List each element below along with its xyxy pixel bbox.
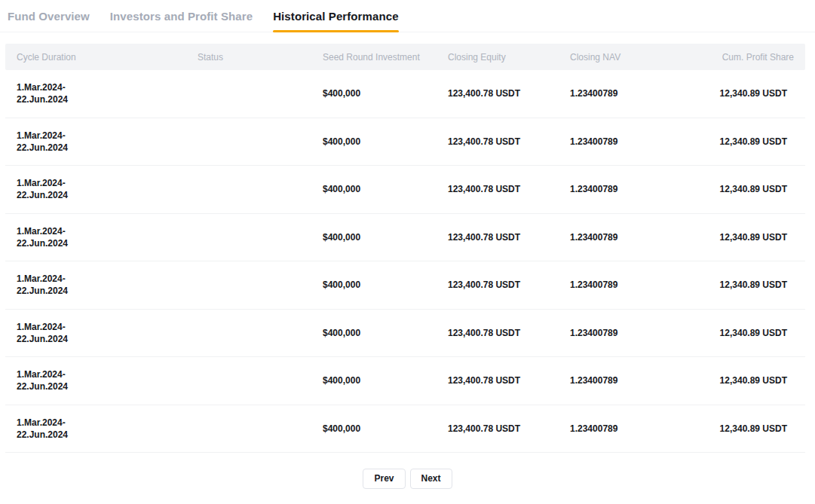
cycle-duration-cell: 1.Mar.2024- 22.Jun.2024 (5, 225, 198, 249)
table-body: 1.Mar.2024- 22.Jun.2024 $400,000 123,400… (5, 70, 805, 453)
cycle-duration-cell: 1.Mar.2024- 22.Jun.2024 (5, 81, 198, 105)
table-row: 1.Mar.2024- 22.Jun.2024 $400,000 123,400… (5, 70, 805, 118)
seed-round-investment-cell: $400,000 (323, 136, 448, 147)
cycle-duration-cell: 1.Mar.2024- 22.Jun.2024 (5, 368, 198, 393)
column-header-closing-nav: Closing NAV (570, 52, 683, 63)
cycle-duration-cell: 1.Mar.2024- 22.Jun.2024 (5, 321, 198, 345)
cum-profit-share-cell: 12,340.89 USDT (683, 328, 805, 338)
cycle-duration-cell: 1.Mar.2024- 22.Jun.2024 (5, 177, 198, 201)
closing-equity-cell: 123,400.78 USDT (448, 88, 570, 99)
closing-nav-cell: 1.23400789 (570, 232, 683, 243)
column-header-status: Status (198, 52, 323, 63)
cycle-duration-line1: 1.Mar.2024- (17, 225, 198, 237)
seed-round-investment-cell: $400,000 (323, 279, 448, 290)
tab-investors-and-profit-share[interactable]: Investors and Profit Share (110, 0, 253, 32)
closing-equity-cell: 123,400.78 USDT (448, 279, 570, 290)
seed-round-investment-cell: $400,000 (323, 184, 448, 194)
closing-nav-cell: 1.23400789 (570, 136, 683, 147)
cum-profit-share-cell: 12,340.89 USDT (683, 375, 805, 386)
closing-nav-cell: 1.23400789 (570, 88, 683, 99)
cycle-duration-line2: 22.Jun.2024 (17, 189, 198, 201)
cycle-duration-line1: 1.Mar.2024- (17, 130, 198, 142)
cum-profit-share-cell: 12,340.89 USDT (683, 279, 805, 290)
cycle-duration-line1: 1.Mar.2024- (17, 273, 198, 285)
seed-round-investment-cell: $400,000 (323, 88, 448, 99)
tab-historical-performance[interactable]: Historical Performance (273, 0, 398, 32)
column-header-cum-profit-share: Cum. Profit Share (683, 52, 805, 63)
table-row: 1.Mar.2024- 22.Jun.2024 $400,000 123,400… (5, 166, 805, 214)
next-button[interactable]: Next (410, 469, 452, 489)
closing-nav-cell: 1.23400789 (570, 375, 683, 386)
seed-round-investment-cell: $400,000 (323, 328, 448, 338)
tab-bar: Fund Overview Investors and Profit Share… (0, 0, 815, 32)
closing-equity-cell: 123,400.78 USDT (448, 136, 570, 147)
table-row: 1.Mar.2024- 22.Jun.2024 $400,000 123,400… (5, 118, 805, 166)
cycle-duration-line2: 22.Jun.2024 (17, 380, 198, 393)
cum-profit-share-cell: 12,340.89 USDT (683, 184, 805, 194)
seed-round-investment-cell: $400,000 (323, 375, 448, 386)
cycle-duration-line1: 1.Mar.2024- (17, 81, 198, 93)
closing-equity-cell: 123,400.78 USDT (448, 423, 570, 434)
closing-equity-cell: 123,400.78 USDT (448, 184, 570, 194)
table-row: 1.Mar.2024- 22.Jun.2024 $400,000 123,400… (5, 214, 805, 262)
column-header-closing-equity: Closing Equity (448, 52, 570, 63)
performance-table: Cycle Duration Status Seed Round Investm… (5, 44, 805, 453)
cycle-duration-line2: 22.Jun.2024 (17, 285, 198, 297)
seed-round-investment-cell: $400,000 (323, 423, 448, 434)
pagination: Prev Next (0, 469, 815, 489)
cycle-duration-line2: 22.Jun.2024 (17, 93, 198, 105)
cum-profit-share-cell: 12,340.89 USDT (683, 136, 805, 147)
closing-equity-cell: 123,400.78 USDT (448, 232, 570, 243)
cum-profit-share-cell: 12,340.89 USDT (683, 232, 805, 243)
historical-performance-page: Fund Overview Investors and Profit Share… (0, 0, 815, 489)
cycle-duration-line2: 22.Jun.2024 (17, 429, 198, 441)
closing-nav-cell: 1.23400789 (570, 184, 683, 194)
table-row: 1.Mar.2024- 22.Jun.2024 $400,000 123,400… (5, 357, 805, 405)
cycle-duration-cell: 1.Mar.2024- 22.Jun.2024 (5, 417, 198, 441)
cycle-duration-cell: 1.Mar.2024- 22.Jun.2024 (5, 130, 198, 154)
table-header-row: Cycle Duration Status Seed Round Investm… (5, 44, 805, 70)
cycle-duration-line1: 1.Mar.2024- (17, 177, 198, 189)
prev-button[interactable]: Prev (363, 469, 405, 489)
closing-equity-cell: 123,400.78 USDT (448, 375, 570, 386)
table-row: 1.Mar.2024- 22.Jun.2024 $400,000 123,400… (5, 310, 805, 358)
cycle-duration-cell: 1.Mar.2024- 22.Jun.2024 (5, 273, 198, 297)
closing-equity-cell: 123,400.78 USDT (448, 328, 570, 338)
column-header-seed-round-investment: Seed Round Investment (323, 52, 448, 63)
closing-nav-cell: 1.23400789 (570, 423, 683, 434)
cum-profit-share-cell: 12,340.89 USDT (683, 423, 805, 434)
cycle-duration-line1: 1.Mar.2024- (17, 417, 198, 429)
closing-nav-cell: 1.23400789 (570, 328, 683, 338)
column-header-cycle-duration: Cycle Duration (5, 52, 198, 63)
table-row: 1.Mar.2024- 22.Jun.2024 $400,000 123,400… (5, 405, 805, 454)
cycle-duration-line1: 1.Mar.2024- (17, 321, 198, 333)
cum-profit-share-cell: 12,340.89 USDT (683, 88, 805, 99)
seed-round-investment-cell: $400,000 (323, 232, 448, 243)
cycle-duration-line2: 22.Jun.2024 (17, 333, 198, 345)
cycle-duration-line1: 1.Mar.2024- (17, 368, 198, 380)
closing-nav-cell: 1.23400789 (570, 279, 683, 290)
cycle-duration-line2: 22.Jun.2024 (17, 237, 198, 249)
tab-fund-overview[interactable]: Fund Overview (8, 0, 90, 32)
cycle-duration-line2: 22.Jun.2024 (17, 142, 198, 154)
table-row: 1.Mar.2024- 22.Jun.2024 $400,000 123,400… (5, 261, 805, 310)
